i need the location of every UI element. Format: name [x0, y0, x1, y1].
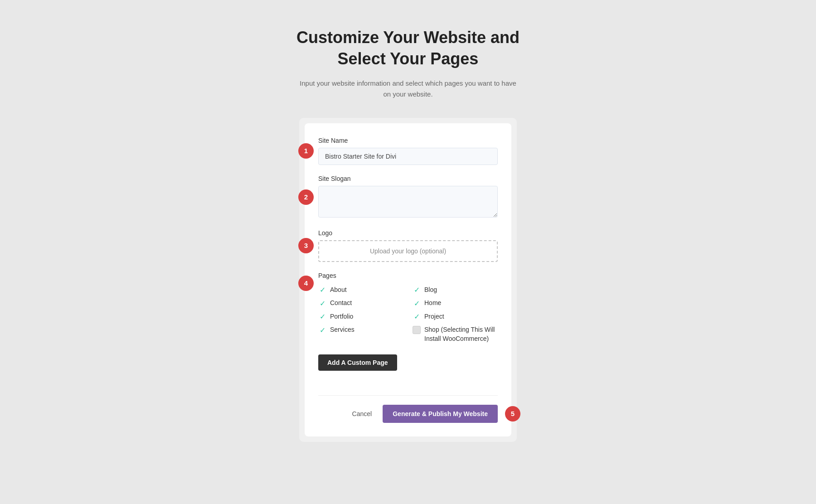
page-label-services: Services [330, 325, 355, 334]
step-1-badge: 1 [298, 143, 314, 159]
check-services: ✓ [318, 326, 326, 334]
logo-upload-area[interactable]: Upload your logo (optional) [318, 240, 498, 262]
generate-publish-button[interactable]: Generate & Publish My Website [383, 405, 498, 423]
step-3-badge: 3 [298, 238, 314, 253]
page-item-about[interactable]: ✓ About [318, 286, 403, 295]
page-label-project: Project [424, 312, 444, 321]
form-wrapper: 1 Site Name 2 Site Slogan 3 Logo Upload … [299, 118, 517, 442]
check-blog: ✓ [413, 286, 421, 294]
site-slogan-field: 2 Site Slogan [318, 175, 498, 219]
page-item-shop[interactable]: Shop (Selecting This Will Install WooCom… [413, 325, 498, 343]
page-item-blog[interactable]: ✓ Blog [413, 286, 498, 295]
form-card: 1 Site Name 2 Site Slogan 3 Logo Upload … [305, 123, 511, 436]
site-name-input[interactable] [318, 148, 498, 165]
page-label-blog: Blog [424, 286, 437, 295]
step-2-badge: 2 [298, 189, 314, 205]
pages-label: Pages [318, 272, 498, 279]
page-subtitle: Input your website information and selec… [299, 78, 517, 100]
pages-section: 4 Pages ✓ About ✓ Blog ✓ Contact ✓ [318, 272, 498, 344]
check-home: ✓ [413, 299, 421, 307]
check-shop [413, 326, 421, 334]
check-about: ✓ [318, 286, 326, 294]
add-custom-wrap: Add A Custom Page [318, 354, 498, 384]
page-label-contact: Contact [330, 299, 352, 308]
site-slogan-label: Site Slogan [318, 175, 498, 182]
divider [318, 395, 498, 396]
page-title: Customize Your Website and Select Your P… [296, 27, 520, 70]
page-item-portfolio[interactable]: ✓ Portfolio [318, 312, 403, 321]
step-5-badge: 5 [505, 406, 520, 422]
pages-grid: ✓ About ✓ Blog ✓ Contact ✓ Home [318, 286, 498, 344]
cancel-button[interactable]: Cancel [349, 406, 376, 422]
site-name-field: 1 Site Name [318, 137, 498, 165]
page-item-contact[interactable]: ✓ Contact [318, 299, 403, 308]
page-label-home: Home [424, 299, 441, 308]
step-4-badge: 4 [298, 276, 314, 291]
page-item-services[interactable]: ✓ Services [318, 325, 403, 343]
check-contact: ✓ [318, 299, 326, 307]
site-slogan-input[interactable] [318, 186, 498, 218]
check-portfolio: ✓ [318, 313, 326, 321]
actions-row: Cancel Generate & Publish My Website 5 [318, 405, 498, 423]
page-label-portfolio: Portfolio [330, 312, 353, 321]
logo-label: Logo [318, 229, 498, 237]
page-label-about: About [330, 286, 347, 295]
page-label-shop: Shop (Selecting This Will Install WooCom… [424, 325, 498, 343]
add-custom-button[interactable]: Add A Custom Page [318, 354, 397, 371]
check-project: ✓ [413, 313, 421, 321]
site-name-label: Site Name [318, 137, 498, 144]
page-item-project[interactable]: ✓ Project [413, 312, 498, 321]
page-item-home[interactable]: ✓ Home [413, 299, 498, 308]
logo-field: 3 Logo Upload your logo (optional) [318, 229, 498, 262]
